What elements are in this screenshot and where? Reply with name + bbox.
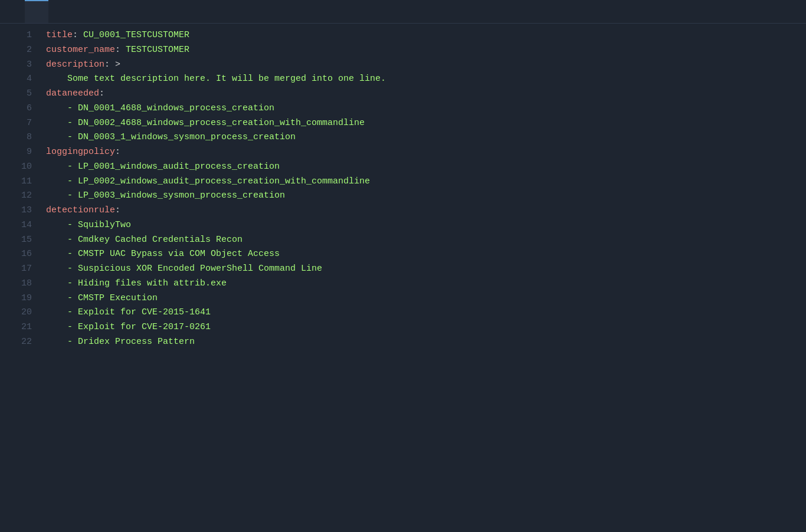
code-line: Some text description here. It will be m… xyxy=(46,72,801,87)
line-number: 4 xyxy=(27,72,32,87)
code-line: detectionrule: xyxy=(46,203,801,218)
code-line: - CMSTP Execution xyxy=(46,291,801,306)
token-colon: : xyxy=(104,60,115,70)
token-list-item: - Exploit for CVE-2017-0261 xyxy=(46,322,211,332)
line-number: 6 xyxy=(27,101,32,116)
code-line: - CMSTP UAC Bypass via COM Object Access xyxy=(46,247,801,262)
line-number: 13 xyxy=(21,203,32,218)
code-line: - LP_0002_windows_audit_process_creation… xyxy=(46,175,801,189)
code-line: loggingpolicy: xyxy=(46,145,801,160)
token-list-item: - Dridex Process Pattern xyxy=(46,337,195,347)
code-line: - LP_0003_windows_sysmon_process_creatio… xyxy=(46,189,801,203)
code-line: - DN_0002_4688_windows_process_creation_… xyxy=(46,116,801,131)
token-colon: : xyxy=(115,205,120,215)
line-numbers: 12345678910111213141516171819202122 xyxy=(0,28,41,532)
line-number: 22 xyxy=(21,335,32,350)
editor-tab[interactable] xyxy=(25,0,48,23)
code-line: - DN_0003_1_windows_sysmon_process_creat… xyxy=(46,130,801,145)
token-key: dataneeded xyxy=(46,88,99,98)
token-list-item: - SquiblyTwo xyxy=(46,220,131,230)
line-number: 5 xyxy=(27,87,32,101)
line-number: 3 xyxy=(27,58,32,73)
token-colon: : xyxy=(73,30,83,40)
code-line: - DN_0001_4688_windows_process_creation xyxy=(46,101,801,116)
token-list-item: - DN_0001_4688_windows_process_creation xyxy=(46,103,274,113)
code-line: customer_name: TESTCUSTOMER xyxy=(46,43,801,58)
token-list-item: - Exploit for CVE-2015-1641 xyxy=(46,307,211,317)
token-value-string: TESTCUSTOMER xyxy=(126,45,189,55)
token-list-item: - DN_0002_4688_windows_process_creation_… xyxy=(46,118,365,128)
code-line: - Hiding files with attrib.exe xyxy=(46,277,801,291)
code-line: - Suspicious XOR Encoded PowerShell Comm… xyxy=(46,262,801,277)
code-line: - Exploit for CVE-2017-0261 xyxy=(46,320,801,335)
token-list-item: - CMSTP Execution xyxy=(46,293,158,303)
line-number: 17 xyxy=(21,262,32,277)
token-list-item: - Suspicious XOR Encoded PowerShell Comm… xyxy=(46,264,322,274)
line-number: 2 xyxy=(27,43,32,58)
line-number: 15 xyxy=(21,233,32,248)
line-number: 8 xyxy=(27,130,32,145)
line-number: 19 xyxy=(21,291,32,306)
code-line: dataneeded: xyxy=(46,87,801,101)
token-list-item: - Hiding files with attrib.exe xyxy=(46,278,227,288)
line-number: 14 xyxy=(21,218,32,233)
line-number: 18 xyxy=(21,277,32,291)
token-colon: : xyxy=(99,88,104,98)
line-number: 16 xyxy=(21,247,32,262)
code-line: title: CU_0001_TESTCUSTOMER xyxy=(46,28,801,43)
line-number: 21 xyxy=(21,320,32,335)
token-list-item: - Cmdkey Cached Credentials Recon xyxy=(46,235,243,245)
line-number: 1 xyxy=(27,28,32,43)
token-colon: : xyxy=(115,45,126,55)
token-key: loggingpolicy xyxy=(46,147,115,157)
editor-area: 12345678910111213141516171819202122 titl… xyxy=(0,24,806,532)
token-list-item: - LP_0001_windows_audit_process_creation xyxy=(46,162,280,172)
code-line: - SquiblyTwo xyxy=(46,218,801,233)
line-number: 11 xyxy=(21,175,32,189)
token-list-item: - DN_0003_1_windows_sysmon_process_creat… xyxy=(46,132,296,142)
token-key: title xyxy=(46,30,73,40)
back-arrow-icon[interactable] xyxy=(5,11,9,13)
token-description-text: Some text description here. It will be m… xyxy=(46,74,386,84)
token-colon: : xyxy=(115,147,120,157)
forward-arrow-icon[interactable] xyxy=(13,11,18,13)
token-key: description xyxy=(46,60,104,70)
code-line: - Cmdkey Cached Credentials Recon xyxy=(46,233,801,248)
token-list-item: - LP_0003_windows_sysmon_process_creatio… xyxy=(46,191,285,201)
code-line: description: > xyxy=(46,58,801,73)
token-value-string: CU_0001_TESTCUSTOMER xyxy=(83,30,189,40)
code-line: - Dridex Process Pattern xyxy=(46,335,801,350)
token-key: detectionrule xyxy=(46,205,115,215)
token-gt-symbol: > xyxy=(115,60,120,70)
line-number: 10 xyxy=(21,160,32,175)
tab-bar xyxy=(0,0,806,24)
code-line: - Exploit for CVE-2015-1641 xyxy=(46,306,801,320)
line-number: 7 xyxy=(27,116,32,131)
code-line: - LP_0001_windows_audit_process_creation xyxy=(46,160,801,175)
code-content[interactable]: title: CU_0001_TESTCUSTOMERcustomer_name… xyxy=(41,28,806,532)
line-number: 20 xyxy=(21,306,32,320)
line-number: 9 xyxy=(27,145,32,160)
token-list-item: - LP_0002_windows_audit_process_creation… xyxy=(46,176,370,186)
nav-arrows xyxy=(5,11,18,13)
token-key: customer_name xyxy=(46,45,115,55)
token-list-item: - CMSTP UAC Bypass via COM Object Access xyxy=(46,249,280,259)
line-number: 12 xyxy=(21,189,32,203)
